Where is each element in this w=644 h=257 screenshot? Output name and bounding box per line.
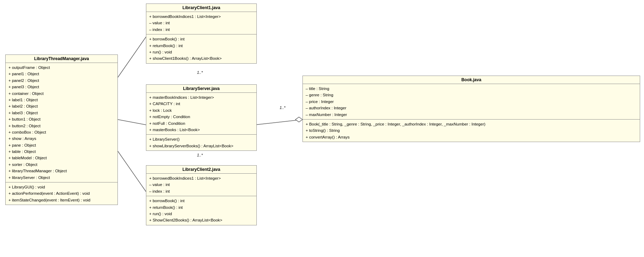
attr-row: – genre : String [306, 92, 637, 98]
attr-row: – price : Integer [306, 98, 637, 105]
method-row: + borrowBook() : int [149, 198, 254, 204]
attr-row: + outputFrame : Object [8, 64, 115, 71]
class-book: Book.java – title : String – genre : Str… [302, 76, 640, 142]
attr-row: + label2 : Object [8, 103, 115, 109]
attr-row: + borrowedBookIndices1 : List<Integer> [149, 13, 254, 20]
attr-row: – maxNumber : Integer [306, 111, 637, 118]
attr-row: + masterBooks : List<Book> [149, 127, 254, 133]
diagram-container: 1..* 1..* 1..* LibraryThreadManager.java… [0, 0, 644, 257]
class-library-client2: LibraryClient2.java + borrowedBookIndice… [146, 165, 257, 225]
attr-row: + sorter : Object [8, 161, 115, 168]
attr-row: – title : String [306, 85, 637, 92]
method-row: + LibraryGUI() : void [8, 184, 115, 190]
svg-line-1 [118, 120, 146, 125]
class-library-client2-title: LibraryClient2.java [146, 166, 256, 174]
class-book-title: Book.java [303, 76, 640, 84]
attr-row: – value : int [149, 181, 254, 188]
svg-line-2 [118, 151, 146, 192]
class-library-server: LibraryServer.java + masterBookIndices :… [146, 84, 257, 151]
attr-row: + button1 : Object [8, 116, 115, 122]
method-row: + itemStateChanged(event : ItemEvent) : … [8, 197, 115, 203]
method-row: + run() : void [149, 49, 254, 55]
svg-marker-4 [295, 117, 302, 122]
method-row: + showLibraryServerBooks() : ArrayList<B… [149, 143, 254, 149]
method-row: + actionPerformed(event : ActionEvent) :… [8, 190, 115, 197]
multiplicity-2: 1..* [197, 153, 203, 157]
class-library-thread-manager-attrs: + outputFrame : Object + panel1 : Object… [6, 63, 117, 182]
attr-row: + CAPACITY : int [149, 101, 254, 107]
attr-row: + table : Object [8, 148, 115, 155]
method-row: + LibraryServer() [149, 136, 254, 142]
class-book-attrs: – title : String – genre : String – pric… [303, 84, 640, 120]
attr-row: – value : int [149, 20, 254, 26]
class-library-thread-manager-methods: + LibraryGUI() : void + actionPerformed(… [6, 182, 117, 205]
class-library-thread-manager: LibraryThreadManager.java + outputFrame … [5, 54, 118, 205]
class-library-thread-manager-title: LibraryThreadManager.java [6, 55, 117, 63]
class-library-server-methods: + LibraryServer() + showLibraryServerBoo… [146, 135, 256, 150]
class-book-methods: + Book(_title : String, _genre : String,… [303, 120, 640, 142]
attr-row: + comboBox : Object [8, 129, 115, 135]
class-library-client2-attrs: + borrowedBookIndices1 : List<Integer> –… [146, 174, 256, 196]
attr-row: + button2 : Object [8, 123, 115, 129]
attr-row: + borrowedBookIndices1 : List<Integer> [149, 175, 254, 181]
class-library-client1-methods: + borrowBook() : int + returnBook() : in… [146, 34, 256, 63]
method-row: + returnBook() : int [149, 204, 254, 211]
svg-line-3 [255, 120, 302, 125]
attr-row: – index : int [149, 26, 254, 33]
class-library-client1: LibraryClient1.java + borrowedBookIndice… [146, 4, 257, 64]
attr-row: + notEmpty : Condition [149, 114, 254, 120]
attr-row: + libraryServer : Object [8, 174, 115, 181]
class-library-client2-methods: + borrowBook() : int + returnBook() : in… [146, 196, 256, 225]
attr-row: + label3 : Object [8, 110, 115, 116]
attr-row: + tableModel : Object [8, 155, 115, 161]
attr-row: + panel1 : Object [8, 71, 115, 77]
method-row: + ShowClient2Books() : ArrayList<Book> [149, 217, 254, 223]
attr-row: + pane : Object [8, 142, 115, 148]
attr-row: – index : int [149, 188, 254, 194]
method-row: + returnBook() : int [149, 43, 254, 49]
method-row: + showClient1Books() : ArrayList<Book> [149, 55, 254, 62]
multiplicity-3: 1..* [280, 105, 286, 110]
attr-row: + libraryThreadManager : Object [8, 168, 115, 174]
attr-row: + notFull : Condition [149, 120, 254, 127]
class-library-server-attrs: + masterBookIndices : List<Integer> + CA… [146, 93, 256, 135]
method-row: + run() : void [149, 211, 254, 217]
multiplicity-1: 1..* [197, 70, 203, 75]
attr-row: + container : Object [8, 90, 115, 97]
method-row: + convertArray() : Arrays [306, 134, 637, 140]
class-library-server-title: LibraryServer.java [146, 85, 256, 93]
attr-row: + panel3 : Object [8, 84, 115, 90]
method-row: + Book(_title : String, _genre : String,… [306, 121, 637, 127]
method-row: + toString() : String [306, 127, 637, 134]
class-library-client1-title: LibraryClient1.java [146, 4, 256, 12]
attr-row: + masterBookIndices : List<Integer> [149, 94, 254, 101]
svg-line-0 [118, 37, 146, 77]
attr-row: + panel2 : Object [8, 77, 115, 84]
attr-row: – authorIndex : Integer [306, 105, 637, 111]
class-library-client1-attrs: + borrowedBookIndices1 : List<Integer> –… [146, 12, 256, 34]
attr-row: + label1 : Object [8, 97, 115, 103]
attr-row: + lock : Lock [149, 107, 254, 114]
method-row: + borrowBook() : int [149, 36, 254, 42]
attr-row: + show : Arrays [8, 135, 115, 142]
